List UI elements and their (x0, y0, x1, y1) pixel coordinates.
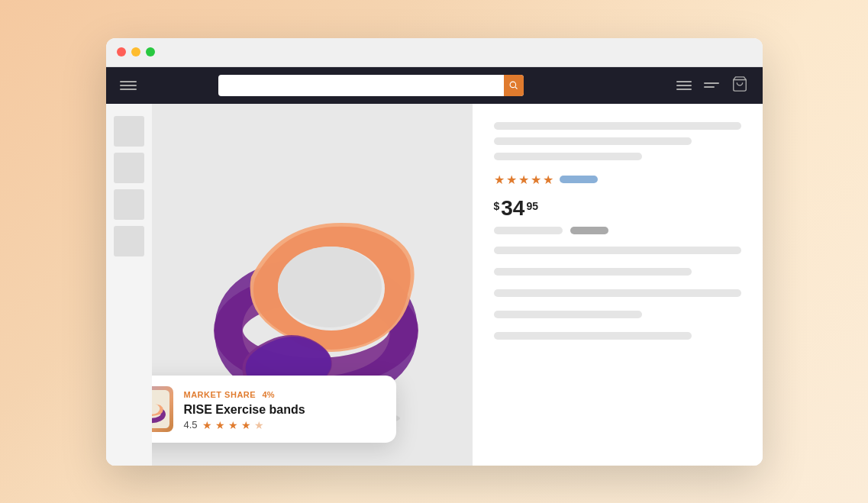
maximize-button[interactable] (146, 47, 155, 56)
filter-lines-icon[interactable] (704, 82, 719, 88)
thumbnail-3[interactable] (114, 189, 144, 220)
thumbnail-2[interactable] (114, 153, 144, 183)
svg-line-1 (515, 86, 518, 89)
search-container (218, 75, 524, 96)
market-share-label: MARKET SHARE (184, 390, 257, 399)
thumbnail-4[interactable] (114, 226, 144, 256)
search-button[interactable] (504, 75, 524, 96)
nav-right (676, 76, 748, 95)
cart-icon[interactable] (731, 76, 748, 95)
desc-line-3 (494, 289, 741, 297)
detail-star-1: ★ (494, 173, 505, 187)
svg-point-6 (278, 247, 382, 327)
product-image-area: MARKET SHARE 4% RISE Exercise bands 4.5 … (152, 104, 473, 466)
detail-stars: ★ ★ ★ ★ ★ (494, 173, 553, 187)
title-line-3 (494, 153, 642, 160)
market-share-value: 4% (263, 390, 275, 399)
rating-bar (560, 176, 598, 183)
cart-svg (731, 76, 748, 92)
close-button[interactable] (117, 47, 126, 56)
nav-bar (106, 67, 763, 104)
product-name: RISE Exercise bands (184, 403, 382, 417)
desc-line-5 (494, 332, 692, 340)
card-thumbnail (152, 386, 173, 432)
star-1: ★ (202, 419, 212, 431)
menu-lines-icon[interactable] (676, 81, 692, 90)
thumbnail-bands-svg (152, 390, 169, 428)
svg-point-0 (510, 82, 516, 88)
desc-line-2 (494, 268, 692, 276)
star-4: ★ (241, 419, 251, 431)
detail-star-2: ★ (506, 173, 517, 187)
divider-section (494, 247, 741, 347)
detail-star-4: ★ (531, 173, 541, 187)
price-section: $ 34 95 (494, 198, 741, 219)
desc-line-1 (494, 247, 741, 254)
product-card: MARKET SHARE 4% RISE Exercise bands 4.5 … (152, 376, 396, 443)
card-info: MARKET SHARE 4% RISE Exercise bands 4.5 … (184, 387, 382, 431)
detail-star-5: ★ (543, 173, 553, 187)
title-bar (106, 38, 763, 67)
thumbnail-1[interactable] (114, 116, 144, 147)
search-icon (509, 81, 518, 90)
main-content: MARKET SHARE 4% RISE Exercise bands 4.5 … (106, 104, 763, 466)
price-cents: 95 (526, 200, 538, 212)
price-main: 34 (501, 198, 524, 219)
title-line-1 (494, 122, 741, 130)
desc-line-4 (494, 311, 642, 318)
rating-row: 4.5 ★ ★ ★ ★ ★ (184, 419, 382, 431)
star-3: ★ (228, 419, 238, 431)
search-input[interactable] (224, 80, 518, 91)
star-2: ★ (215, 419, 225, 431)
browser-window: MARKET SHARE 4% RISE Exercise bands 4.5 … (106, 38, 763, 466)
thumbnail-sidebar (106, 104, 152, 466)
description-lines (494, 247, 741, 347)
title-line-2 (494, 137, 692, 145)
hamburger-menu-icon[interactable] (120, 81, 137, 90)
price-sub-line-2 (570, 227, 608, 234)
rating-number: 4.5 (184, 419, 198, 430)
minimize-button[interactable] (131, 47, 140, 56)
product-detail: ★ ★ ★ ★ ★ $ 34 95 (473, 104, 763, 466)
detail-rating-section: ★ ★ ★ ★ ★ (494, 173, 741, 187)
price-dollar: $ (494, 200, 500, 212)
price-sub-line-1 (494, 227, 563, 234)
detail-star-3: ★ (518, 173, 529, 187)
price-below (494, 227, 741, 234)
star-5-half: ★ (254, 419, 264, 431)
market-share-row: MARKET SHARE 4% (184, 387, 382, 401)
